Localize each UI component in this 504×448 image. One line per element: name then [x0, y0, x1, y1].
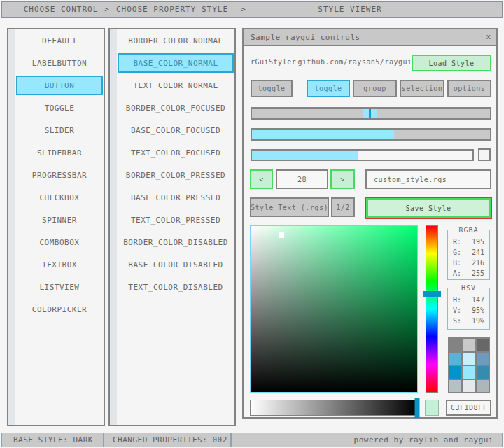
- scrollbar[interactable]: [110, 29, 117, 425]
- spinner-value[interactable]: 28: [276, 169, 328, 189]
- hsv-value: 147: [472, 295, 484, 305]
- color-picker-cursor[interactable]: [279, 232, 284, 238]
- palette-cell: [449, 380, 461, 393]
- list-item-selected[interactable]: BUTTON: [16, 76, 103, 95]
- checkbox[interactable]: [478, 148, 491, 161]
- toggle-button[interactable]: toggle: [251, 80, 293, 97]
- palette-cell: [463, 353, 475, 365]
- steps-bar: CHOOSE CONTROL > CHOOSE PROPERTY STYLE >…: [1, 1, 503, 18]
- alpha-bar-handle[interactable]: [415, 398, 420, 418]
- list-item[interactable]: TEXTBOX: [15, 253, 104, 276]
- toggle-group-item[interactable]: group: [353, 80, 397, 97]
- alpha-bar[interactable]: [250, 400, 418, 416]
- list-item[interactable]: LISTVIEW: [15, 276, 104, 298]
- step-choose-control: CHOOSE CONTROL: [24, 2, 99, 17]
- palette-cell: [449, 353, 461, 365]
- hue-bar-handle[interactable]: [423, 291, 441, 297]
- list-item[interactable]: BORDER_COLOR_FOCUSED: [117, 97, 234, 119]
- list-item[interactable]: TOGGLE: [15, 97, 104, 119]
- save-style-button[interactable]: Save Style: [366, 198, 491, 218]
- color-picker-panel[interactable]: [250, 225, 418, 393]
- palette-cell: [449, 339, 461, 351]
- toggle-group-item[interactable]: selection: [400, 80, 444, 97]
- list-item[interactable]: TEXT_COLOR_PRESSED: [117, 209, 234, 231]
- step-choose-property: CHOOSE PROPERTY STYLE: [116, 2, 228, 17]
- chevron-right-icon: >: [104, 2, 110, 17]
- rguistyler-app: CHOOSE CONTROL > CHOOSE PROPERTY STYLE >…: [0, 0, 504, 448]
- hsv-label: H:: [453, 295, 461, 305]
- list-item[interactable]: SPINNER: [15, 209, 104, 231]
- spinner-increment-button[interactable]: >: [330, 169, 355, 189]
- list-item[interactable]: SLIDER: [15, 119, 104, 141]
- list-item[interactable]: TEXT_COLOR_NORMAL: [117, 74, 234, 97]
- palette-cell: [449, 366, 461, 379]
- app-name-label: rGuiStyler: [251, 58, 296, 66]
- toggle-group-item[interactable]: options: [447, 80, 491, 97]
- load-style-button[interactable]: Load Style: [412, 55, 491, 71]
- close-icon[interactable]: x: [486, 29, 491, 45]
- list-item[interactable]: TEXT_COLOR_DISABLED: [117, 276, 234, 298]
- spinner-decrement-button[interactable]: <: [250, 169, 273, 189]
- list-item[interactable]: BORDER_COLOR_NORMAL: [117, 29, 234, 52]
- list-item[interactable]: BORDER_COLOR_PRESSED: [117, 164, 234, 186]
- hsv-title: HSV: [458, 284, 479, 292]
- hsv-label: V:: [453, 305, 461, 316]
- controls-list: DEFAULT LABELBUTTON BUTTON TOGGLE SLIDER…: [7, 28, 105, 426]
- palette-cell: [477, 366, 489, 379]
- palette-cell: [477, 353, 489, 365]
- list-item[interactable]: BORDER_COLOR_DISABLED: [117, 231, 234, 253]
- palette-cell: [477, 380, 489, 393]
- status-base-style-text: BASE STYLE: DARK: [13, 435, 93, 444]
- slider[interactable]: [251, 107, 491, 120]
- rgba-value: 216: [472, 258, 484, 268]
- style-color-table: [448, 337, 490, 393]
- list-item[interactable]: PROGRESSBAR: [15, 164, 104, 186]
- status-changed-text: CHANGED PROPERTIES: 002: [113, 435, 227, 444]
- hex-color-input[interactable]: C3F1D8FF: [446, 400, 491, 416]
- hsv-label: S:: [453, 316, 461, 326]
- list-item[interactable]: TEXT_COLOR_FOCUSED: [117, 141, 234, 164]
- status-powered-by: powered by raylib and raygui: [231, 433, 503, 447]
- list-item[interactable]: COLORPICKER: [15, 298, 104, 321]
- filename-input[interactable]: custom_style.rgs: [365, 169, 491, 189]
- style-text-button[interactable]: Style Text (.rgs): [250, 197, 329, 217]
- list-item[interactable]: BASE_COLOR_DISABLED: [117, 253, 234, 276]
- hsv-value: 19%: [472, 316, 484, 326]
- rgba-label: B:: [453, 258, 461, 268]
- toggle-group-item-active[interactable]: toggle: [307, 80, 350, 97]
- repo-label: github.com/raysan5/raygui: [298, 58, 412, 66]
- rgba-value: 241: [472, 247, 484, 258]
- slider-handle[interactable]: [363, 108, 377, 118]
- palette-cell: [463, 366, 475, 379]
- hsv-value: 95%: [472, 305, 484, 316]
- scrollbar[interactable]: [8, 29, 15, 425]
- list-item[interactable]: DEFAULT: [15, 29, 104, 52]
- slider-bar[interactable]: [251, 128, 491, 141]
- palette-cell: [463, 339, 475, 351]
- list-item[interactable]: BASE_COLOR_FOCUSED: [117, 119, 234, 141]
- rgba-label: G:: [453, 247, 461, 258]
- progress-bar: [251, 149, 474, 161]
- hue-bar[interactable]: [426, 225, 438, 393]
- list-item[interactable]: BASE_COLOR_PRESSED: [117, 186, 234, 209]
- page-indicator-button[interactable]: 1/2: [331, 197, 355, 217]
- style-viewer-window: Sample raygui controls x rGuiStyler gith…: [242, 28, 498, 419]
- slider-bar-fill: [252, 130, 394, 139]
- hsv-group-box: HSV H:147 V:95% S:19%: [447, 288, 490, 330]
- step-style-viewer: STYLE VIEWER: [318, 2, 382, 17]
- status-base-style: BASE STYLE: DARK: [1, 433, 104, 447]
- palette-cell: [463, 380, 475, 393]
- list-item-selected[interactable]: BASE_COLOR_NORMAL: [118, 53, 234, 73]
- palette-cell: [477, 339, 489, 351]
- status-powered-text: powered by raylib and raygui: [354, 435, 493, 444]
- window-title: Sample raygui controls: [251, 33, 360, 42]
- window-titlebar[interactable]: Sample raygui controls x: [244, 29, 496, 46]
- rgba-value: 255: [472, 268, 484, 279]
- rgba-title: RGBA: [455, 226, 482, 234]
- save-style-button-outline: Save Style: [365, 197, 492, 219]
- list-item[interactable]: COMBOBOX: [15, 231, 104, 253]
- list-item[interactable]: CHECKBOX: [15, 186, 104, 209]
- list-item[interactable]: LABELBUTTON: [15, 52, 104, 74]
- list-item[interactable]: SLIDERBAR: [15, 141, 104, 164]
- rgba-group-box: RGBA R:195 G:241 B:216 A:255: [447, 230, 490, 280]
